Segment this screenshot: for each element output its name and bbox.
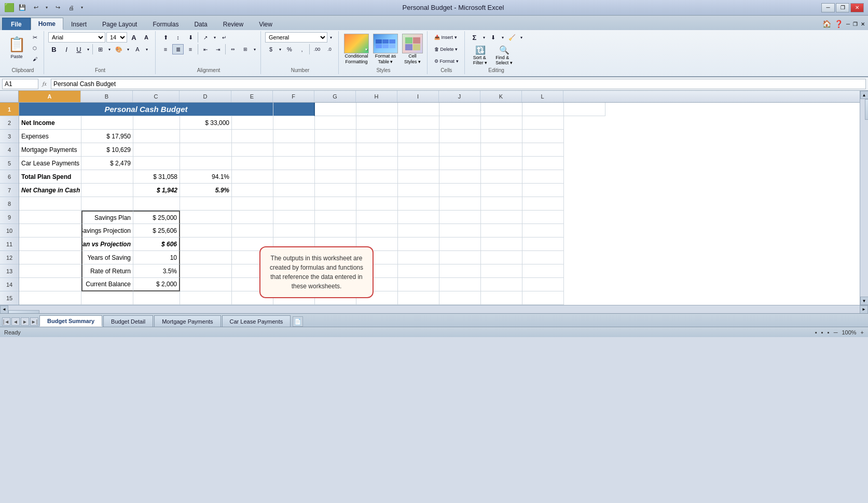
cell-a5[interactable]: Car Lease Payments xyxy=(19,157,81,170)
number-format-dropdown[interactable]: ▾ xyxy=(328,32,334,43)
cell-j13[interactable] xyxy=(439,264,481,278)
cell-h9[interactable] xyxy=(356,211,398,224)
font-size-select[interactable]: 14 xyxy=(106,32,127,43)
cell-j1[interactable] xyxy=(481,103,522,116)
scroll-thumb-h[interactable] xyxy=(8,310,39,314)
scroll-thumb-v[interactable] xyxy=(865,99,869,120)
tab-page-layout[interactable]: Page Layout xyxy=(94,18,145,30)
cell-e2[interactable] xyxy=(232,116,273,130)
col-header-e[interactable]: E xyxy=(231,91,273,102)
cell-c7[interactable]: $ 1,942 xyxy=(133,184,180,197)
cell-j15[interactable] xyxy=(439,291,481,305)
cell-k4[interactable] xyxy=(481,143,522,157)
fill-btn[interactable]: ⬇ xyxy=(488,32,499,43)
cell-c3[interactable] xyxy=(133,130,180,143)
cell-g4[interactable] xyxy=(315,143,356,157)
sheet-nav-prev[interactable]: ◄ xyxy=(11,317,20,326)
cell-l15[interactable] xyxy=(522,291,564,305)
cell-h3[interactable] xyxy=(356,130,398,143)
row-header-9[interactable]: 9 xyxy=(0,211,19,224)
ribbon-minimize-btn[interactable]: ─ xyxy=(845,20,851,28)
cell-h15[interactable] xyxy=(356,291,398,305)
cell-g12[interactable] xyxy=(315,251,356,264)
indent-btn[interactable]: ↵ xyxy=(218,32,230,43)
cell-e1[interactable] xyxy=(273,103,315,116)
underline-dropdown[interactable]: ▾ xyxy=(86,44,91,54)
row-header-8[interactable]: 8 xyxy=(0,197,19,211)
cell-l1[interactable] xyxy=(564,103,605,116)
tab-data[interactable]: Data xyxy=(186,18,215,30)
cut-button[interactable]: ✂ xyxy=(29,32,40,43)
find-select-btn[interactable]: 🔍 Find &Select ▾ xyxy=(493,45,516,65)
font-name-select[interactable]: Arial xyxy=(48,32,105,43)
cell-c2[interactable] xyxy=(133,116,180,130)
cell-f15[interactable] xyxy=(273,291,315,305)
cell-f9[interactable] xyxy=(273,211,315,224)
cell-e13[interactable] xyxy=(232,264,273,278)
cell-h2[interactable] xyxy=(356,116,398,130)
cell-k15[interactable] xyxy=(481,291,522,305)
cell-c13[interactable]: 3.5% xyxy=(133,264,180,278)
cell-f12[interactable] xyxy=(273,251,315,264)
cell-b4[interactable]: $ 10,629 xyxy=(81,143,133,157)
cell-d2[interactable]: $ 33,000 xyxy=(180,116,232,130)
sheet-tab-budget-detail[interactable]: Budget Detail xyxy=(103,315,153,327)
cell-l5[interactable] xyxy=(522,157,564,170)
cell-b13[interactable]: Rate of Return xyxy=(81,264,133,278)
bold-button[interactable]: B xyxy=(48,44,60,54)
accounting-dropdown[interactable]: ▾ xyxy=(278,44,283,54)
cell-g10[interactable] xyxy=(315,224,356,237)
cell-j7[interactable] xyxy=(439,184,481,197)
cell-k12[interactable] xyxy=(481,251,522,264)
cell-e15[interactable] xyxy=(232,291,273,305)
close-button[interactable]: ✕ xyxy=(850,3,864,12)
cell-a12[interactable] xyxy=(19,251,81,264)
tab-view[interactable]: View xyxy=(251,18,280,30)
cell-d12[interactable] xyxy=(180,251,232,264)
merge-dropdown[interactable]: ▾ xyxy=(252,44,257,54)
format-btn[interactable]: ⚙ Format ▾ xyxy=(432,56,461,66)
cell-reference-box[interactable] xyxy=(2,79,38,89)
format-painter-button[interactable]: 🖌 xyxy=(29,54,40,64)
cell-a6[interactable]: Total Plan Spend xyxy=(19,170,81,184)
cell-k14[interactable] xyxy=(481,278,522,291)
cell-i4[interactable] xyxy=(398,143,439,157)
cell-d11[interactable] xyxy=(180,237,232,251)
cell-i5[interactable] xyxy=(398,157,439,170)
cell-i2[interactable] xyxy=(398,116,439,130)
underline-button[interactable]: U xyxy=(73,44,85,54)
cell-b2[interactable] xyxy=(81,116,133,130)
cell-j11[interactable] xyxy=(439,237,481,251)
cell-i6[interactable] xyxy=(398,170,439,184)
border-button[interactable]: ⊞ xyxy=(94,44,106,54)
cell-d3[interactable] xyxy=(180,130,232,143)
ribbon-close-btn[interactable]: ✕ xyxy=(860,20,866,28)
cell-k5[interactable] xyxy=(481,157,522,170)
horizontal-scrollbar[interactable]: ◄ ► xyxy=(0,305,868,313)
cell-d5[interactable] xyxy=(180,157,232,170)
cell-k3[interactable] xyxy=(481,130,522,143)
cell-l4[interactable] xyxy=(522,143,564,157)
cell-a3[interactable]: Expenses xyxy=(19,130,81,143)
col-header-c[interactable]: C xyxy=(133,91,180,102)
cell-i15[interactable] xyxy=(398,291,439,305)
cell-k10[interactable] xyxy=(481,224,522,237)
tab-formulas[interactable]: Formulas xyxy=(145,18,186,30)
clear-dropdown[interactable]: ▾ xyxy=(519,32,524,43)
bottom-align-btn[interactable]: ⬇ xyxy=(185,32,196,43)
cell-j5[interactable] xyxy=(439,157,481,170)
scroll-up-btn[interactable]: ▲ xyxy=(860,91,869,99)
cell-g1[interactable] xyxy=(356,103,398,116)
increase-indent-btn[interactable]: ⇥ xyxy=(212,44,224,54)
col-header-l[interactable]: L xyxy=(522,91,563,102)
col-header-g[interactable]: G xyxy=(314,91,356,102)
cell-f10[interactable] xyxy=(273,224,315,237)
cell-e14[interactable] xyxy=(232,278,273,291)
cell-b14[interactable]: Current Balance xyxy=(81,278,133,291)
cell-l2[interactable] xyxy=(522,116,564,130)
cell-g3[interactable] xyxy=(315,130,356,143)
qa-undo-dropdown[interactable]: ▾ xyxy=(44,3,50,13)
cell-i14[interactable] xyxy=(398,278,439,291)
qa-redo-btn[interactable]: ↪ xyxy=(52,3,63,13)
col-header-h[interactable]: H xyxy=(356,91,397,102)
